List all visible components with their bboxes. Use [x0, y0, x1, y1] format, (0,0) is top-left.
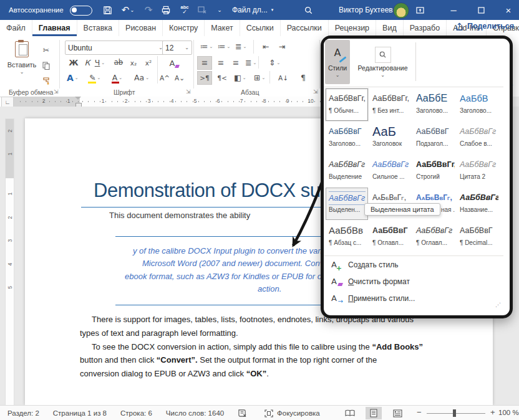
shading-button[interactable]: ◧⌄ [232, 71, 248, 85]
change-case-button[interactable]: Аа⌄ [132, 71, 151, 85]
tab-Констру[interactable]: Констру [163, 20, 205, 36]
line-spacing-button[interactable]: ⇕⌄ [267, 56, 282, 70]
decrease-indent-button[interactable]: ⇤ [258, 40, 273, 54]
text-effects-button[interactable]: А⌄ [65, 71, 80, 85]
font-size-select[interactable]: 12⌄ [162, 41, 192, 55]
style-item-Сильное ...[interactable]: АаБбВвГгСильное ... [369, 155, 412, 187]
zoom-level[interactable]: 100 % [498, 409, 519, 416]
shrink-font-button[interactable]: А⌄ [172, 71, 187, 85]
style-item-Слабое в...[interactable]: АаБбВвГгСлабое в... [457, 122, 499, 154]
focus-mode-button[interactable]: Фокусировка [264, 406, 320, 420]
copy-button[interactable] [39, 59, 54, 72]
tab-Рисован[interactable]: Рисован [119, 20, 163, 36]
style-item-Цитата 2[interactable]: АаБбВвГгЦитата 2 [457, 155, 499, 187]
status-line[interactable]: Строка: 6 [120, 409, 152, 417]
status-words[interactable]: Число слов: 1640 [166, 409, 224, 417]
numbering-button[interactable]: ≔⌄ [216, 40, 232, 54]
zoom-in-button[interactable]: + [490, 408, 495, 417]
tab-Вид[interactable]: Вид [376, 20, 404, 36]
bold-button[interactable]: Ж [66, 56, 81, 70]
minimize-button[interactable]: ─ [444, 0, 463, 20]
sort-button[interactable]: А↓ [276, 71, 291, 85]
qat-customize-icon[interactable]: ⌄ [212, 2, 227, 17]
align-left-button[interactable]: ≡ [197, 56, 212, 70]
spellcheck-icon[interactable]: abc✓ [177, 2, 192, 17]
clear-formatting-button[interactable]: А [165, 56, 180, 70]
tab-Файл[interactable]: Файл [0, 20, 32, 36]
paste-button[interactable]: Вставить ⌄ [7, 40, 36, 86]
avatar[interactable] [393, 2, 409, 19]
menu-item-датьстиль[interactable]: АСоздать стиль [324, 256, 503, 273]
style-item-Заголово...[interactable]: АаБбВвГЗаголово... [326, 122, 368, 154]
editing-button[interactable]: Редактирование ⌄ [352, 40, 413, 84]
style-item-¶ Без инт...[interactable]: АаБбВвГг,¶ Без инт... [369, 88, 412, 121]
style-item-Заголово...[interactable]: АаБбВЗаголово... [457, 88, 499, 121]
zoom-out-button[interactable]: − [417, 408, 422, 417]
status-section[interactable]: Раздел: 2 [7, 409, 39, 417]
tab-Рецензир[interactable]: Рецензир [329, 20, 376, 36]
style-item-¶ Оглавл...[interactable]: АаБбВвГ¶ Оглавл... [369, 221, 412, 253]
style-item-Выделение[interactable]: АаБбВвГгВыделение [326, 155, 368, 187]
font-color-button[interactable]: А⌄ [110, 71, 125, 85]
style-item-Заголово...[interactable]: АаБбЕЗаголово... [413, 88, 455, 121]
show-marks-button[interactable]: ¶ [296, 71, 311, 85]
undo-icon[interactable]: ↶⌄ [119, 2, 137, 17]
style-item-Заголовок[interactable]: АаБЗаголовок [369, 122, 412, 154]
share-button[interactable]: Поделиться [455, 22, 514, 31]
style-item-Подзагол...[interactable]: АаБбВвГПодзагол... [413, 122, 455, 154]
font-dialog-launcher[interactable]: ⇲ [186, 88, 191, 95]
cut-button[interactable]: ✂ [39, 44, 54, 57]
tab-Главная[interactable]: Главная [32, 20, 77, 36]
paragraph-dialog-launcher[interactable]: ⇲ [313, 88, 318, 95]
style-item-¶ Оглавл...[interactable]: АаБбВвГг¶ Оглавл... [413, 221, 455, 253]
document-title[interactable]: Файл дл... ▾ [232, 0, 273, 20]
tab-Разрабо[interactable]: Разрабо [404, 20, 447, 36]
align-right-button[interactable]: ≡ [228, 56, 243, 70]
menu-item-рименитьстили[interactable]: АПрименить стили... [324, 290, 503, 307]
font-name-select[interactable]: Ubuntu⌄ [65, 41, 166, 55]
style-item-Выделен...[interactable]: АаБбВвГгВыделен... [326, 188, 368, 220]
strikethrough-button[interactable]: ab [111, 56, 126, 70]
style-item-¶ Абзац с...[interactable]: АаБбВв¶ Абзац с... [326, 221, 368, 253]
proofing-error-icon[interactable] [238, 409, 247, 418]
resize-grip[interactable]: ⋰ [495, 302, 501, 308]
format-painter-button[interactable] [39, 74, 54, 87]
print-icon[interactable] [158, 2, 173, 17]
style-item-¶ Обычн...[interactable]: АаБбВвГг,¶ Обычн... [326, 88, 368, 121]
ltr-paragraph-button[interactable]: >¶ [197, 71, 212, 85]
style-item-Строгий[interactable]: АаБбВвГг,Строгий [413, 155, 455, 187]
vertical-ruler[interactable]: 2112345 [5, 118, 14, 405]
user-name[interactable]: Виктор Бухтеев [339, 0, 393, 20]
justify-button[interactable]: ≣⌄ [243, 56, 258, 70]
tab-Макет[interactable]: Макет [205, 20, 240, 36]
align-center-button[interactable]: ≡ [213, 56, 228, 70]
increase-indent-button[interactable]: ⇥ [274, 40, 289, 54]
revisions-icon[interactable] [195, 2, 210, 17]
superscript-button[interactable]: x² [141, 56, 156, 70]
read-mode-button[interactable] [342, 407, 358, 419]
close-button[interactable]: × [499, 0, 518, 20]
status-page[interactable]: Страница 1 из 8 [53, 409, 107, 417]
ribbon-options-icon[interactable] [410, 0, 429, 20]
print-layout-button[interactable] [366, 407, 382, 419]
bullets-button[interactable]: ≔⌄ [198, 40, 215, 54]
maximize-button[interactable] [472, 0, 490, 20]
style-item-Название...[interactable]: АаБбВвГгНазвание... [457, 188, 499, 220]
zoom-slider-handle[interactable] [453, 409, 456, 417]
grow-font-button[interactable]: А^ [157, 71, 172, 85]
save-icon[interactable] [100, 2, 115, 17]
first-line-indent-marker[interactable] [75, 97, 81, 100]
highlight-button[interactable]: ✎⌄ [87, 71, 102, 85]
style-item-¶ Decimal...[interactable]: АаБбВвГ¶ Decimal... [457, 221, 499, 253]
zoom-slider-track[interactable] [427, 413, 485, 414]
tab-Рассылки[interactable]: Рассылки [281, 20, 329, 36]
tab-Ссылки[interactable]: Ссылки [240, 20, 281, 36]
autosave-toggle[interactable] [70, 6, 92, 16]
subscript-button[interactable]: x₂ [126, 56, 141, 70]
search-icon[interactable] [301, 2, 316, 17]
styles-button[interactable]: А Стили ⌄ [325, 40, 350, 84]
borders-button[interactable]: ⊞⌄ [252, 71, 267, 85]
underline-button[interactable]: Ч⌄ [92, 56, 107, 70]
multilevel-list-button[interactable]: ≣⌄ [233, 40, 248, 54]
web-layout-button[interactable] [389, 407, 405, 419]
